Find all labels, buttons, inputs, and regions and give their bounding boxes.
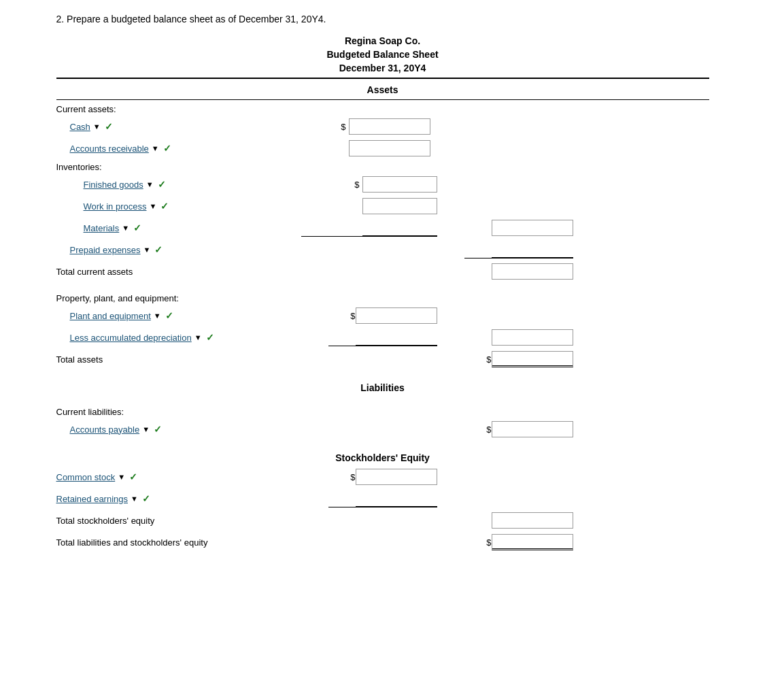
wip-check: ✓ [160, 201, 169, 212]
liabilities-header: Liabilities [56, 382, 709, 393]
question-number: 2. [56, 14, 65, 24]
ap-dollar: $ [486, 424, 491, 435]
cs-input[interactable] [356, 469, 437, 485]
total-assets-row: Total assets $ [56, 350, 709, 369]
mat-input[interactable] [362, 220, 437, 236]
ar-check: ✓ [163, 143, 171, 154]
ar-label-col: Accounts receivable ▼ ✓ [56, 143, 301, 154]
question-text: Prepare a budgeted balance sheet as of D… [67, 14, 326, 24]
tle-dollar: $ [486, 537, 491, 548]
pe-input[interactable] [356, 307, 437, 324]
total-current-assets-label: Total current assets [56, 267, 133, 277]
fg-check: ✓ [158, 179, 166, 190]
mat-total-input[interactable] [492, 220, 573, 236]
cs-label-col: Common stock ▼ ✓ [56, 471, 301, 482]
assets-header: Assets [56, 84, 709, 95]
prepaid-link[interactable]: Prepaid expenses [70, 245, 141, 255]
inventories-label: Inventories: [56, 162, 709, 172]
total-liab-equity-row: Total liabilities and stockholders' equi… [56, 533, 709, 552]
finished-goods-link[interactable]: Finished goods [84, 180, 143, 190]
cash-input-col: $ [328, 118, 430, 135]
ad-input-col [328, 329, 437, 346]
retained-earnings-link[interactable]: Retained earnings [56, 494, 129, 504]
mat-dropdown[interactable]: ▼ [122, 224, 129, 232]
ta-label-col: Total assets [56, 354, 301, 365]
pe-label-col: Plant and equipment ▼ ✓ [56, 310, 301, 321]
cash-input[interactable] [349, 118, 430, 135]
ad-input[interactable] [356, 329, 437, 346]
current-assets-label: Current assets: [56, 104, 709, 114]
ad-net-input[interactable] [492, 329, 573, 346]
company-name: Regina Soap Co. [56, 35, 709, 46]
mat-label-col: Materials ▼ ✓ [56, 222, 301, 233]
re-input[interactable] [356, 490, 437, 507]
common-stock-row: Common stock ▼ ✓ $ [56, 467, 709, 486]
re-input-col [328, 490, 437, 507]
materials-link[interactable]: Materials [84, 223, 120, 233]
cash-dropdown[interactable]: ▼ [93, 122, 101, 131]
assets-divider [56, 99, 709, 100]
te-label-col: Total stockholders' equity [56, 516, 301, 526]
ppe-label: Property, plant, and equipment: [56, 293, 709, 303]
ap-input[interactable] [492, 421, 573, 437]
current-liabilities-label: Current liabilities: [56, 407, 709, 417]
wip-input-col [301, 198, 437, 214]
accounts-receivable-row: Accounts receivable ▼ ✓ [56, 139, 709, 158]
accounts-payable-link[interactable]: Accounts payable [70, 424, 140, 435]
fg-dropdown[interactable]: ▼ [146, 180, 154, 188]
prepaid-input[interactable] [492, 241, 573, 258]
ap-check: ✓ [154, 424, 162, 435]
tca-input-col [464, 263, 573, 280]
mat-input-col [301, 220, 437, 237]
ad-dropdown[interactable]: ▼ [194, 333, 202, 341]
cs-input-col: $ [328, 469, 437, 485]
accounts-receivable-link[interactable]: Accounts receivable [70, 144, 149, 154]
prepaid-row: Prepaid expenses ▼ ✓ [56, 240, 709, 259]
te-input[interactable] [492, 512, 573, 529]
pe-input-col: $ [328, 307, 437, 324]
prepaid-dropdown[interactable]: ▼ [143, 246, 151, 254]
wip-dropdown[interactable]: ▼ [149, 202, 156, 210]
fg-label-col: Finished goods ▼ ✓ [56, 179, 301, 190]
total-liab-equity-label: Total liabilities and stockholders' equi… [56, 537, 208, 548]
cash-link[interactable]: Cash [70, 122, 90, 132]
total-equity-row: Total stockholders' equity [56, 511, 709, 530]
re-label-col: Retained earnings ▼ ✓ [56, 493, 301, 504]
accum-dep-link[interactable]: Less accumulated depreciation [70, 333, 192, 343]
cash-check: ✓ [105, 121, 113, 132]
tle-input[interactable] [492, 534, 573, 550]
mat-total-col [464, 220, 573, 236]
ar-input[interactable] [349, 140, 430, 156]
ta-dollar: $ [486, 354, 491, 365]
common-stock-link[interactable]: Common stock [56, 472, 116, 482]
ta-input[interactable] [492, 351, 573, 367]
ar-dropdown[interactable]: ▼ [152, 144, 159, 152]
ad-label-col: Less accumulated depreciation ▼ ✓ [56, 332, 301, 343]
equity-header: Stockholders' Equity [56, 452, 709, 463]
fg-input-col: $ [301, 176, 437, 193]
wip-label-col: Work in process ▼ ✓ [56, 201, 301, 212]
cash-dollar: $ [341, 122, 345, 132]
pe-check: ✓ [165, 310, 173, 321]
fg-input[interactable] [362, 176, 437, 193]
tca-input[interactable] [492, 263, 573, 280]
plant-equipment-link[interactable]: Plant and equipment [70, 311, 151, 321]
retained-earnings-row: Retained earnings ▼ ✓ [56, 489, 709, 508]
prepaid-label-col: Prepaid expenses ▼ ✓ [56, 244, 301, 255]
pe-dollar: $ [350, 311, 355, 321]
materials-row: Materials ▼ ✓ [56, 218, 709, 237]
ta-input-col: $ [464, 351, 573, 367]
tca-label-col: Total current assets [56, 267, 301, 277]
fg-dollar: $ [354, 180, 359, 190]
total-assets-label: Total assets [56, 354, 103, 365]
tle-label-col: Total liabilities and stockholders' equi… [56, 537, 301, 548]
wip-input[interactable] [362, 198, 437, 214]
pe-dropdown[interactable]: ▼ [154, 312, 161, 320]
re-dropdown[interactable]: ▼ [131, 495, 138, 503]
te-input-col [464, 512, 573, 529]
ad-check: ✓ [206, 332, 214, 343]
ar-input-col [328, 140, 430, 156]
ap-dropdown[interactable]: ▼ [142, 425, 150, 433]
cs-dropdown[interactable]: ▼ [118, 473, 125, 481]
wip-link[interactable]: Work in process [84, 201, 147, 212]
